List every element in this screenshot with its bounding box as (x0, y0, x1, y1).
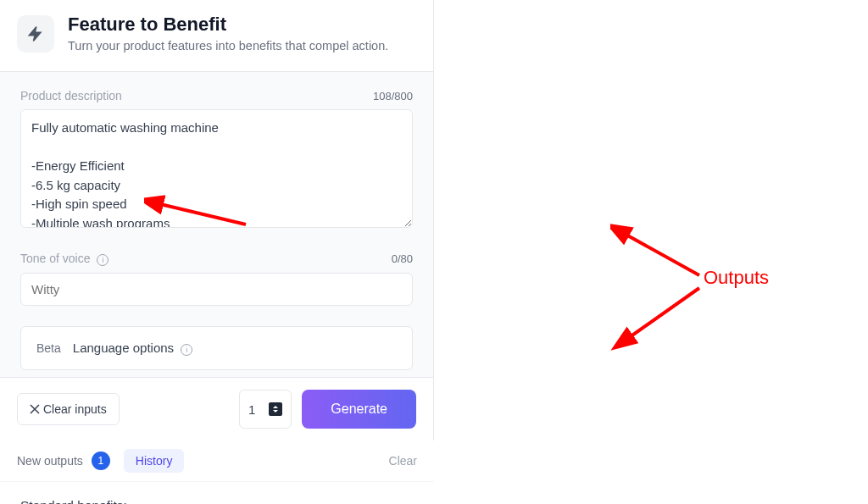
right-panel: New outputs 1 History Clear Standard ben… (0, 440, 434, 504)
clear-outputs-button[interactable]: Clear (389, 454, 417, 468)
language-options[interactable]: Beta Language options i (20, 326, 413, 370)
output-text: Standard benefits: (20, 494, 414, 504)
stepper-icon[interactable] (269, 402, 282, 416)
tone-label: Tone of voice i (20, 252, 108, 266)
form-area: Product description 108/800 Tone of voic… (0, 72, 433, 377)
output-card: Standard benefits: - Reduced electricity… (0, 482, 434, 504)
x-icon (30, 404, 40, 414)
svg-line-3 (627, 288, 699, 339)
product-description-input[interactable] (20, 109, 413, 228)
quantity-value: 1 (248, 402, 255, 417)
tone-count: 0/80 (392, 252, 413, 265)
history-tab[interactable]: History (124, 449, 185, 473)
tone-input[interactable] (20, 273, 413, 306)
new-outputs-label: New outputs (17, 454, 83, 468)
outputs-list: Standard benefits: - Reduced electricity… (0, 482, 434, 504)
outputs-header: New outputs 1 History Clear (0, 440, 434, 482)
outputs-count-badge: 1 (92, 451, 110, 470)
beta-badge: Beta (36, 341, 61, 355)
quantity-stepper[interactable]: 1 (239, 390, 292, 429)
feature-icon-box (17, 15, 54, 53)
product-description-count: 108/800 (373, 90, 413, 102)
page-subtitle: Turn your product features into benefits… (68, 37, 388, 54)
clear-inputs-button[interactable]: Clear inputs (17, 393, 120, 425)
generate-button[interactable]: Generate (302, 390, 416, 429)
info-icon[interactable]: i (97, 254, 108, 266)
header: Feature to Benefit Turn your product fea… (0, 0, 433, 72)
lightning-icon (27, 25, 44, 42)
annotation-label: Outputs (704, 267, 769, 289)
left-panel: Feature to Benefit Turn your product fea… (0, 0, 434, 440)
product-description-label: Product description (20, 89, 122, 102)
page-title: Feature to Benefit (68, 14, 388, 36)
svg-line-2 (623, 233, 699, 275)
annotation-arrow-output2 (610, 284, 712, 352)
footer-bar: Clear inputs 1 Generate (0, 377, 433, 440)
language-label: Language options i (73, 341, 192, 356)
annotation-arrow-output1 (610, 220, 712, 288)
info-icon[interactable]: i (181, 344, 192, 356)
